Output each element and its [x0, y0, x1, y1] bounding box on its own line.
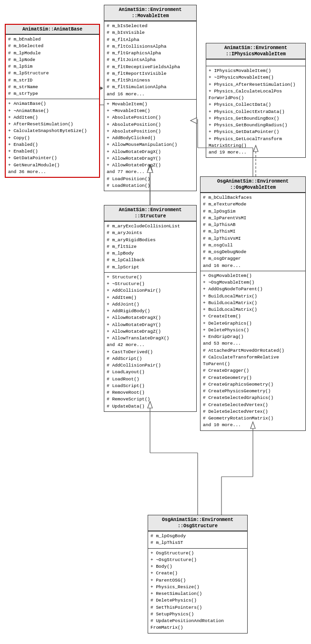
movable-item-title: AnimatSim::Environment::MovableItem — [104, 5, 196, 21]
iphysics-movable-item-title: AnimatSim::Environment::IPhysicsMovableI… — [206, 43, 305, 59]
osg-movable-item-title: OsgAnimatSim::Environment::OsgMovableIte… — [201, 177, 305, 193]
structure-fields: # m_aryExcludeCollisionList # m_aryJoint… — [104, 221, 196, 272]
osg-structure-methods: + OsgStructure() + ~OsgStructure() + Bod… — [148, 548, 247, 633]
animat-base-methods: + AnimatBase() + ~AnimatBase() + AddItem… — [6, 99, 99, 177]
animat-base-box: AnimatSim::AnimatBase # m_bEnabled # m_b… — [5, 24, 100, 178]
animat-base-title: AnimatSim::AnimatBase — [6, 25, 99, 34]
iphysics-movable-item-empty — [206, 59, 305, 66]
osg-movable-item-fields: # m_bCullBackfaces # m_eTextureMode # m_… — [201, 193, 305, 271]
iphysics-movable-item-methods: + IPhysicsMovableItem() + ~IPhysicsMovab… — [206, 66, 305, 157]
structure-box: AnimatSim::Environment::Structure # m_ar… — [104, 205, 197, 412]
osg-structure-fields: # m_lpOsgBody # m_lpThisST — [148, 531, 247, 548]
svg-marker-10 — [100, 87, 103, 90]
osg-structure-title: OsgAnimatSim::Environment::OsgStructure — [148, 515, 247, 531]
movable-item-methods: + MovableItem() + ~MovableItem() + Absol… — [104, 99, 196, 191]
osg-movable-item-methods: + OsgMovableItem() + ~OsgMovableItem() +… — [201, 271, 305, 430]
movable-item-fields: # m_bIsSelected # m_bIsVisible # m_fltAl… — [104, 21, 196, 99]
structure-title: AnimatSim::Environment::Structure — [104, 205, 196, 221]
osg-structure-box: OsgAnimatSim::Environment::OsgStructure … — [148, 515, 248, 634]
iphysics-movable-item-box: AnimatSim::Environment::IPhysicsMovableI… — [206, 43, 306, 158]
diagram-container: AnimatSim::AnimatBase # m_bEnabled # m_b… — [0, 0, 311, 644]
structure-methods: + Structure() + ~Structure() + AddCollis… — [104, 272, 196, 411]
animat-base-fields: # m_bEnabled # m_bSelected # m_lpModule … — [6, 34, 99, 99]
osg-movable-item-box: OsgAnimatSim::Environment::OsgMovableIte… — [200, 176, 306, 431]
movable-item-box: AnimatSim::Environment::MovableItem # m_… — [104, 5, 197, 191]
